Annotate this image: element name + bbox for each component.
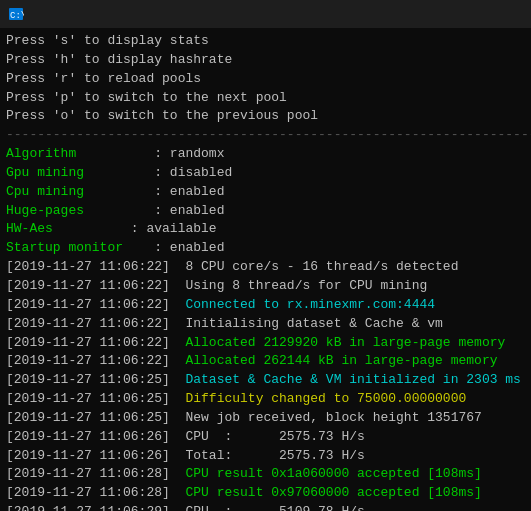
terminal-line: Press 'o' to switch to the previous pool [6, 107, 525, 126]
terminal-line: HW-Aes : available [6, 220, 525, 239]
terminal-line: Cpu mining : enabled [6, 183, 525, 202]
terminal-line: [2019-11-27 11:06:26] CPU : 2575.73 H/s [6, 428, 525, 447]
terminal-line: [2019-11-27 11:06:29] CPU : 5109.78 H/s [6, 503, 525, 511]
terminal-line: [2019-11-27 11:06:22] Connected to rx.mi… [6, 296, 525, 315]
terminal-line: [2019-11-27 11:06:25] Dataset & Cache & … [6, 371, 525, 390]
cmd-icon: C:\ [8, 6, 24, 22]
terminal-line: Huge-pages : enabled [6, 202, 525, 221]
terminal: Press 's' to display statsPress 'h' to d… [0, 28, 531, 511]
terminal-line: [2019-11-27 11:06:22] 8 CPU core/s - 16 … [6, 258, 525, 277]
svg-text:C:\: C:\ [10, 11, 24, 21]
terminal-line: [2019-11-27 11:06:22] Using 8 thread/s f… [6, 277, 525, 296]
terminal-line: [2019-11-27 11:06:26] Total: 2575.73 H/s [6, 447, 525, 466]
terminal-line: ----------------------------------------… [6, 126, 525, 145]
terminal-line: Press 'p' to switch to the next pool [6, 89, 525, 108]
terminal-line: [2019-11-27 11:06:22] Allocated 262144 k… [6, 352, 525, 371]
terminal-line: Press 'h' to display hashrate [6, 51, 525, 70]
terminal-line: Gpu mining : disabled [6, 164, 525, 183]
terminal-line: [2019-11-27 11:06:22] Allocated 2129920 … [6, 334, 525, 353]
terminal-line: [2019-11-27 11:06:28] CPU result 0x1a060… [6, 465, 525, 484]
terminal-line: [2019-11-27 11:06:25] Difficulty changed… [6, 390, 525, 409]
terminal-line: Press 's' to display stats [6, 32, 525, 51]
terminal-line: [2019-11-27 11:06:25] New job received, … [6, 409, 525, 428]
terminal-line: Algorithm : randomx [6, 145, 525, 164]
terminal-line: Startup monitor : enabled [6, 239, 525, 258]
terminal-line: Press 'r' to reload pools [6, 70, 525, 89]
terminal-line: [2019-11-27 11:06:28] CPU result 0x97060… [6, 484, 525, 503]
terminal-line: [2019-11-27 11:06:22] Initialising datas… [6, 315, 525, 334]
title-bar: C:\ [0, 0, 531, 28]
